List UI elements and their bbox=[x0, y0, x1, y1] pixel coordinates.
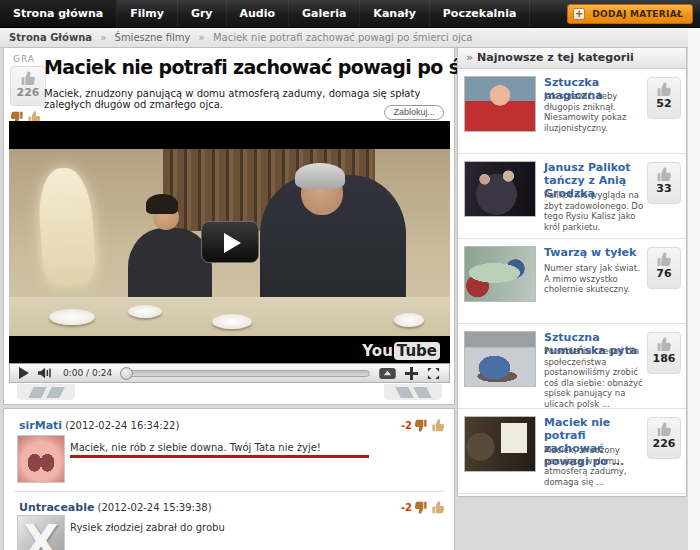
player-controls: 0:00 / 0:24 bbox=[9, 363, 450, 383]
plus-icon: + bbox=[573, 8, 585, 20]
category-label: GRA bbox=[13, 54, 35, 64]
progress-bar[interactable] bbox=[121, 370, 370, 377]
nav-item-kanaly[interactable]: Kanały bbox=[360, 0, 429, 27]
comment-vote-buttons bbox=[413, 418, 446, 433]
article-rating-count: 226 bbox=[11, 87, 45, 98]
sidebar-item-rating: 33 bbox=[647, 162, 681, 204]
popout-icon[interactable] bbox=[379, 368, 396, 379]
sidebar-item-rating-count: 33 bbox=[648, 183, 680, 195]
sidebar-item-description: Po robieniu czegoś dla społeczeństwa pos… bbox=[544, 346, 648, 409]
comment-author[interactable]: sirMati bbox=[19, 419, 62, 432]
comments-section: sirMati (2012-02-24 16:34:22) -2 Maciek,… bbox=[3, 408, 455, 550]
nav-item-gry[interactable]: Gry bbox=[178, 0, 227, 27]
breadcrumb-separator-icon: » bbox=[199, 32, 205, 43]
comment-score: -2 bbox=[401, 502, 412, 513]
nav-item-audio[interactable]: Audio bbox=[227, 0, 290, 27]
comment-text: Maciek, nie rób z siebie downa. Twój Tat… bbox=[70, 442, 434, 458]
top-nav: Strona główna Filmy Gry Audio Galeria Ka… bbox=[0, 0, 700, 28]
sidebar-item-rating-count: 76 bbox=[648, 268, 680, 280]
sidebar-item-rating-count: 186 bbox=[648, 353, 680, 365]
sidebar-item[interactable]: Sztuczka magiczna Jak sprawić, żeby dług… bbox=[458, 69, 686, 154]
article-description: Maciek, znudzony panującą w domu atmosfe… bbox=[44, 88, 444, 110]
next-icon bbox=[413, 387, 432, 398]
sidebar-item[interactable]: Twarzą w tyłek Numer stary jak świat. A … bbox=[458, 239, 686, 324]
fullscreen-icon[interactable] bbox=[427, 367, 440, 380]
play-icon bbox=[224, 233, 241, 253]
thumb-up-icon[interactable] bbox=[431, 500, 446, 515]
sidebar-item-rating: 186 bbox=[647, 332, 681, 374]
avatar[interactable]: X bbox=[17, 515, 65, 550]
breadcrumb-home[interactable]: Strona Główna bbox=[9, 32, 92, 43]
nav-item-strona-glowna[interactable]: Strona główna bbox=[0, 0, 117, 27]
next-icon bbox=[395, 387, 414, 398]
thumb-up-icon bbox=[655, 251, 674, 268]
comment-score: -2 bbox=[401, 420, 412, 431]
comment-divider bbox=[14, 491, 444, 492]
progress-knob[interactable] bbox=[120, 367, 133, 380]
youtube-logo-tube: Tube bbox=[394, 342, 440, 360]
article-card: GRA 226 Maciek nie potrafi zachować powa… bbox=[3, 47, 455, 405]
nav-item-galeria[interactable]: Galeria bbox=[289, 0, 360, 27]
youtube-logo-you: You bbox=[362, 342, 392, 360]
breadcrumb-category[interactable]: Śmieszne filmy bbox=[115, 32, 191, 43]
thumb-down-icon[interactable] bbox=[413, 418, 428, 433]
play-overlay-button[interactable] bbox=[201, 221, 259, 263]
sidebar-header: »Najnowsze z tej kategorii bbox=[458, 48, 686, 69]
thumb-up-icon bbox=[655, 81, 674, 98]
nav-item-poczekalnia[interactable]: Poczekalnia bbox=[430, 0, 531, 27]
video-scene-cup bbox=[128, 305, 162, 318]
add-material-label: DODAJ MATERIAŁ bbox=[592, 9, 683, 19]
sidebar-item-rating: 52 bbox=[647, 77, 681, 119]
comment-timestamp: (2012-02-24 16:34:22) bbox=[65, 420, 179, 431]
breadcrumb-separator-icon: » bbox=[100, 32, 106, 43]
youtube-logo: YouTube bbox=[362, 342, 440, 360]
nav-item-filmy[interactable]: Filmy bbox=[117, 0, 178, 27]
page-right-gutter bbox=[688, 28, 700, 550]
next-material-button[interactable] bbox=[384, 384, 442, 400]
sidebar-item-title[interactable]: Twarzą w tyłek bbox=[544, 246, 646, 259]
comment-author[interactable]: Untraceable bbox=[19, 501, 94, 514]
sidebar-item-thumbnail[interactable] bbox=[464, 331, 536, 387]
comment-vote-buttons bbox=[413, 500, 446, 515]
time-display: 0:00 / 0:24 bbox=[63, 368, 112, 378]
previous-icon bbox=[46, 387, 65, 398]
comment-author-row: sirMati (2012-02-24 16:34:22) bbox=[19, 419, 179, 432]
sidebar-item[interactable]: Maciek nie potrafi zachować powagi po ..… bbox=[458, 409, 686, 494]
breadcrumb: Strona Główna » Śmieszne filmy » Maciek … bbox=[0, 28, 700, 48]
thumb-up-icon bbox=[655, 166, 674, 183]
material-pager bbox=[9, 384, 450, 402]
thumb-down-icon[interactable] bbox=[413, 500, 428, 515]
sidebar-item-thumbnail[interactable] bbox=[464, 161, 536, 217]
sidebar-item-rating-count: 226 bbox=[648, 438, 680, 450]
thumb-up-icon[interactable] bbox=[431, 418, 446, 433]
sidebar-item-thumbnail[interactable] bbox=[464, 416, 536, 472]
sidebar-item[interactable]: Janusz Palikot tańczy z Anią Grodzką Pal… bbox=[458, 154, 686, 239]
video-scene-cup bbox=[212, 314, 252, 329]
sidebar-item-description: Palikot nie wygląda na zbyt zadowolonego… bbox=[544, 190, 648, 232]
sidebar-item-thumbnail[interactable] bbox=[464, 76, 536, 132]
add-icon[interactable] bbox=[405, 367, 418, 380]
sidebar-item-rating: 76 bbox=[647, 247, 681, 289]
thumb-up-icon bbox=[655, 421, 674, 438]
sidebar-item-description: Jak sprawić, żeby długopis zniknął. Nies… bbox=[544, 91, 648, 133]
sidebar-item-description: Numer stary jak świat. A mimo wszystko c… bbox=[544, 263, 648, 295]
block-button[interactable]: Zablokuj... bbox=[384, 105, 444, 120]
sidebar-item-rating: 226 bbox=[647, 417, 681, 459]
volume-icon[interactable] bbox=[38, 367, 54, 379]
previous-material-button[interactable] bbox=[17, 384, 75, 400]
sidebar-item-rating-count: 52 bbox=[648, 98, 680, 110]
page: Strona główna Filmy Gry Audio Galeria Ka… bbox=[0, 0, 700, 550]
comment-text: Rysiek złodziej zabrał do grobu bbox=[70, 522, 434, 533]
add-material-button[interactable]: + DODAJ MATERIAŁ bbox=[567, 4, 693, 24]
video-still[interactable]: YouTube bbox=[9, 121, 450, 363]
video-scene-cup bbox=[49, 309, 95, 325]
comment-author-row: Untraceable (2012-02-24 15:39:38) bbox=[19, 501, 212, 514]
article-rating-box: 226 bbox=[10, 66, 46, 106]
sidebar-item-thumbnail[interactable] bbox=[464, 246, 536, 302]
avatar[interactable] bbox=[17, 435, 65, 483]
video-scene-table bbox=[9, 297, 450, 336]
play-button[interactable] bbox=[19, 367, 29, 379]
video-scene-cup bbox=[394, 313, 424, 327]
sidebar-item-description: Maciek, znudzony panującą w domu atmosfe… bbox=[544, 445, 648, 487]
sidebar-item[interactable]: Sztuczna rumuńska pyta Po robieniu czego… bbox=[458, 324, 686, 409]
